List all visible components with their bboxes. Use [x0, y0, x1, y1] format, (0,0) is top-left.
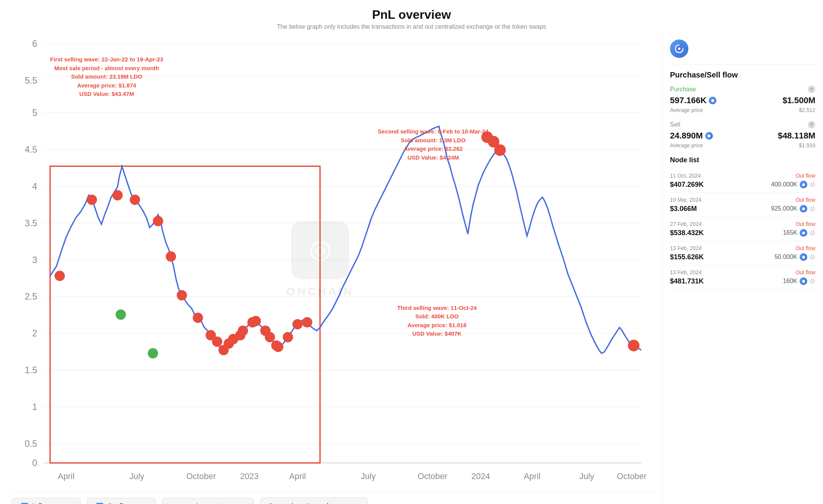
svg-point-49 — [193, 313, 203, 323]
node-date: 11 Oct, 2024 — [670, 173, 701, 179]
group-by-label: Group by: — [268, 502, 302, 504]
svg-text:0: 0 — [32, 458, 37, 468]
purchase-avg: Average price $2.512 — [670, 107, 815, 113]
sell-avg: Average price $1.933 — [670, 142, 815, 148]
node-item-values: $407.269K 400.000K ⬢ ⊘ — [670, 180, 815, 189]
sell-usd-amount: $48.118M — [778, 131, 815, 141]
eye-slash-icon[interactable]: ⊘ — [810, 204, 815, 213]
svg-text:July: July — [579, 471, 594, 481]
sell-token-badge: ⬢ — [705, 132, 713, 140]
inflow-checkbox-container[interactable]: Inflow — [12, 498, 81, 504]
node-flow-label: Out flow — [796, 197, 815, 203]
annotation-first-wave: First selling wave: 22-Jan-22 to 19-Apr-… — [50, 55, 163, 99]
node-token-badge: ⬢ — [800, 229, 807, 237]
inflow-label: Inflow — [32, 502, 52, 504]
node-date: 27 Feb, 2024 — [670, 221, 702, 227]
node-item-values: $538.432K 165K ⬢ ⊘ — [670, 229, 815, 237]
node-item-values: $155.626K 50.000K ⬢ ⊘ — [670, 253, 815, 261]
eye-slash-icon[interactable]: ⊘ — [810, 229, 815, 237]
purchase-avg-value: $2.512 — [799, 107, 815, 113]
amount-button[interactable]: Amount — [162, 498, 254, 504]
svg-text:1.5: 1.5 — [25, 365, 37, 375]
svg-text:1: 1 — [32, 402, 37, 412]
node-item: 11 Oct, 2024 Out flow $407.269K 400.000K… — [670, 169, 815, 193]
node-token-amount: 50.000K — [774, 254, 797, 260]
node-date: 10 Mar, 2024 — [670, 197, 701, 203]
svg-point-45 — [130, 194, 140, 205]
node-token-amount: 400.000K — [771, 181, 797, 188]
sell-token-amount: 24.890M ⬢ — [670, 131, 713, 141]
node-usd: $155.626K — [670, 253, 704, 261]
node-flow-label: Out flow — [796, 221, 815, 227]
node-usd: $407.269K — [670, 181, 704, 189]
node-token-amount: 160K — [783, 278, 797, 285]
svg-point-65 — [219, 345, 229, 355]
svg-text:July: July — [361, 471, 376, 481]
flow-section-title: Purchase/Sell flow — [670, 71, 815, 79]
node-date: 13 Feb, 2024 — [670, 245, 702, 251]
svg-point-42 — [54, 271, 65, 281]
page-title: PnL overview — [0, 8, 823, 22]
svg-text:4.5: 4.5 — [25, 145, 37, 155]
svg-text:2024: 2024 — [471, 471, 490, 481]
sell-avg-value: $1.933 — [799, 142, 815, 148]
node-item-values: $3.066M 925.000K ⬢ ⊘ — [670, 204, 815, 213]
node-item: 10 Mar, 2024 Out flow $3.066M 925.000K ⬢… — [670, 193, 815, 217]
purchase-card: Purchase ? 597.166K ⬢ $1.500M Average pr… — [670, 86, 815, 113]
sell-help-icon[interactable]: ? — [808, 121, 815, 128]
svg-point-68 — [488, 136, 499, 147]
svg-point-46 — [153, 216, 163, 226]
eye-slash-icon[interactable]: ⊘ — [810, 180, 815, 189]
svg-point-44 — [112, 190, 123, 201]
node-list-title: Node list — [670, 156, 815, 164]
outflow-label: Outflow — [107, 502, 133, 504]
purchase-avg-label: Average price — [670, 107, 703, 113]
node-item-header: 11 Oct, 2024 Out flow — [670, 173, 815, 179]
sell-avg-label: Average price — [670, 142, 703, 148]
svg-text:3.5: 3.5 — [25, 218, 37, 228]
svg-point-57 — [292, 319, 303, 329]
node-flow-label: Out flow — [796, 245, 815, 251]
node-item: 13 Feb, 2024 Out flow $155.626K 50.000K … — [670, 241, 815, 265]
purchase-usd-amount: $1.500M — [782, 96, 815, 105]
node-amount-right: 160K ⬢ ⊘ — [783, 277, 815, 285]
eye-slash-icon[interactable]: ⊘ — [810, 253, 815, 261]
node-item-header: 27 Feb, 2024 Out flow — [670, 221, 815, 227]
outflow-checkbox-container[interactable]: Outflow — [87, 498, 156, 504]
price-chart: 6 5.5 5 4.5 4 3.5 3 2.5 2 1.5 1 0.5 0 Ap… — [12, 37, 654, 489]
chart-area: First selling wave: 22-Jan-22 to 19-Apr-… — [12, 37, 654, 489]
purchase-token-badge: ⬢ — [709, 97, 716, 104]
node-usd: $3.066M — [670, 205, 697, 213]
svg-rect-38 — [50, 166, 320, 463]
svg-point-73 — [678, 48, 680, 50]
group-by-container[interactable]: Group by: 1 week 1 day 1 month ▼ — [260, 497, 367, 504]
node-token-badge: ⬢ — [800, 205, 807, 212]
svg-text:April: April — [289, 471, 306, 481]
eye-slash-icon[interactable]: ⊘ — [810, 277, 815, 285]
annotation-second-wave: Second selling wave: 8-Feb to 10-Mar-24 … — [378, 127, 488, 162]
purchase-token-amount: 597.166K ⬢ — [670, 96, 716, 105]
svg-text:April: April — [524, 471, 541, 481]
node-usd: $481.731K — [670, 277, 704, 285]
sell-card: Sell ? 24.890M ⬢ $48.118M Average price … — [670, 121, 815, 148]
svg-point-70 — [116, 310, 126, 320]
svg-point-58 — [302, 317, 313, 328]
svg-point-43 — [87, 194, 97, 205]
purchase-help-icon[interactable]: ? — [808, 86, 815, 93]
purchase-values: 597.166K ⬢ $1.500M — [670, 96, 815, 105]
svg-text:◎: ◎ — [309, 234, 331, 263]
node-token-badge: ⬢ — [800, 253, 807, 261]
svg-text:April: April — [58, 471, 75, 481]
svg-point-71 — [148, 348, 158, 359]
svg-point-61 — [271, 340, 281, 351]
svg-text:6: 6 — [32, 39, 37, 49]
sell-card-header: Sell ? — [670, 121, 815, 128]
token-header — [670, 40, 815, 64]
node-amount-right: 165K ⬢ ⊘ — [783, 229, 815, 237]
node-usd: $538.432K — [670, 229, 704, 237]
svg-text:October: October — [186, 471, 216, 481]
svg-text:2023: 2023 — [240, 471, 258, 481]
svg-point-60 — [265, 332, 275, 343]
group-by-select[interactable]: 1 week 1 day 1 month — [305, 502, 341, 504]
node-flow-label: Out flow — [796, 269, 815, 275]
